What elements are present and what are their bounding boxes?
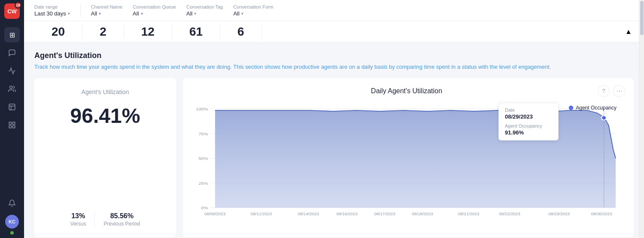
sidebar-item-contacts[interactable] [4,81,20,97]
stat-number-2: 2 [82,25,124,39]
conversation-form-filter[interactable]: Conversation Form All ▾ [233,4,273,17]
chevron-down-icon: ▾ [141,11,143,16]
sidebar-item-conversations[interactable] [4,45,20,61]
chart-tooltip: Date 08/29/2023 Agent Occupancy 91.96% [498,103,559,140]
svg-point-0 [10,86,12,88]
chevron-down-icon: ▾ [194,11,196,16]
conversation-form-value[interactable]: All ▾ [233,10,273,17]
stat-number-5: 6 [220,25,262,39]
sidebar-item-analytics[interactable] [4,63,20,79]
svg-rect-5 [13,126,15,128]
svg-text:08/08/2023: 08/08/2023 [204,212,225,216]
channel-name-value[interactable]: All ▾ [91,10,122,17]
numbers-bar: 20 2 12 61 6 ▲ [24,21,644,43]
daily-utilization-panel: Daily Agent's Utilization ? ⋯ [183,78,634,237]
svg-text:08/16/2023: 08/16/2023 [337,212,358,216]
conversation-form-label: Conversation Form [233,4,273,9]
previous-period-item: 85.56% Previous Period [95,212,149,227]
collapse-icon[interactable]: ▲ [623,27,634,37]
date-range-value[interactable]: Last 30 days ▾ [34,10,70,17]
chart-container: 100% 75% 50% 25% 0% [191,101,625,224]
svg-text:08/21/2023: 08/21/2023 [458,212,479,216]
tooltip-metric-label: Agent Occupancy [505,123,552,128]
stat-number-4: 61 [172,25,220,39]
svg-text:25%: 25% [198,181,208,185]
online-status-dot [10,231,14,235]
user-avatar[interactable]: KC [5,215,19,229]
conversation-queue-value[interactable]: All ▾ [133,10,176,17]
svg-rect-1 [9,104,15,110]
notification-badge: 18 [15,2,21,9]
svg-text:50%: 50% [198,156,208,160]
tooltip-metric-value: 91.96% [505,129,552,136]
more-options-button[interactable]: ⋯ [613,85,625,97]
sidebar: CW 18 ⊞ KC [0,0,24,238]
chevron-down-icon: ▾ [99,11,101,16]
svg-text:08/29/2023: 08/29/2023 [549,212,570,216]
channel-name-label: Channel Name [91,4,122,9]
tooltip-date-label: Date [505,107,552,113]
conversation-tag-value[interactable]: All ▾ [186,10,223,17]
content-area: Agent's Utilization Track how much time … [24,43,644,238]
sidebar-item-reports[interactable] [4,99,20,115]
charts-row: Agent's Utilization 96.41% 13% Versus 85… [34,78,634,237]
conversation-tag-label: Conversation Tag [186,4,223,9]
sidebar-bottom: KC [4,194,20,235]
conversation-queue-label: Conversation Queue [133,4,176,9]
filter-bar: Date range Last 30 days ▾ Channel Name A… [24,0,644,21]
stat-number-3: 12 [124,25,172,39]
chart-actions: ? ⋯ [598,85,625,97]
versus-value: 13% [71,212,85,220]
channel-name-filter[interactable]: Channel Name All ▾ [91,4,122,17]
help-button[interactable]: ? [598,85,610,97]
sidebar-item-tableview[interactable] [4,117,20,133]
chart-legend: Agent Occupancy [569,105,617,111]
svg-text:08/14/2023: 08/14/2023 [298,212,319,216]
utilization-panel-title: Agent's Utilization [45,88,166,95]
conversation-queue-filter[interactable]: Conversation Queue All ▾ [133,4,176,17]
legend-dot [569,106,573,110]
scrollbar-thumb[interactable] [640,1,644,35]
chevron-down-icon: ▾ [241,11,243,16]
svg-text:08/17/2023: 08/17/2023 [374,212,395,216]
svg-text:100%: 100% [196,107,208,111]
utilization-summary-panel: Agent's Utilization 96.41% 13% Versus 85… [34,78,176,237]
notification-bell-icon[interactable] [4,195,20,211]
date-range-filter[interactable]: Date range Last 30 days ▾ [34,4,70,17]
svg-text:08/30/2023: 08/30/2023 [591,212,612,216]
scrollbar[interactable] [639,0,644,238]
svg-rect-2 [9,122,11,124]
main-content: Date range Last 30 days ▾ Channel Name A… [24,0,644,238]
previous-value: 85.56% [110,212,134,220]
svg-rect-3 [13,122,15,124]
previous-label: Previous Period [103,221,140,227]
chevron-down-icon: ▾ [68,11,70,16]
svg-text:08/22/2023: 08/22/2023 [499,212,520,216]
chart-title: Daily Agent's Utilization [216,87,598,95]
comparison-row: 13% Versus 85.56% Previous Period [45,212,166,227]
date-range-label: Date range [34,4,70,9]
stat-number-1: 20 [34,25,82,39]
versus-item: 13% Versus [62,212,95,227]
chart-svg: 100% 75% 50% 25% 0% [191,101,625,224]
svg-text:08/11/2023: 08/11/2023 [251,212,272,216]
legend-label: Agent Occupancy [576,105,617,111]
app-logo[interactable]: CW 18 [4,3,20,19]
conversation-tag-filter[interactable]: Conversation Tag All ▾ [186,4,223,17]
utilization-main-value: 96.41% [45,104,166,128]
tooltip-date-value: 08/29/2023 [505,113,552,120]
svg-text:0%: 0% [201,206,208,210]
versus-label: Versus [70,221,86,227]
svg-text:75%: 75% [198,131,208,136]
section-title: Agent's Utilization [34,51,634,60]
sidebar-item-dashboard[interactable]: ⊞ [4,27,20,43]
filter-divider-1 [80,3,81,17]
svg-rect-4 [9,126,11,128]
svg-text:08/18/2023: 08/18/2023 [412,212,433,216]
chart-header: Daily Agent's Utilization ? ⋯ [191,85,625,97]
section-description: Track how much time your agents spend in… [34,63,634,71]
